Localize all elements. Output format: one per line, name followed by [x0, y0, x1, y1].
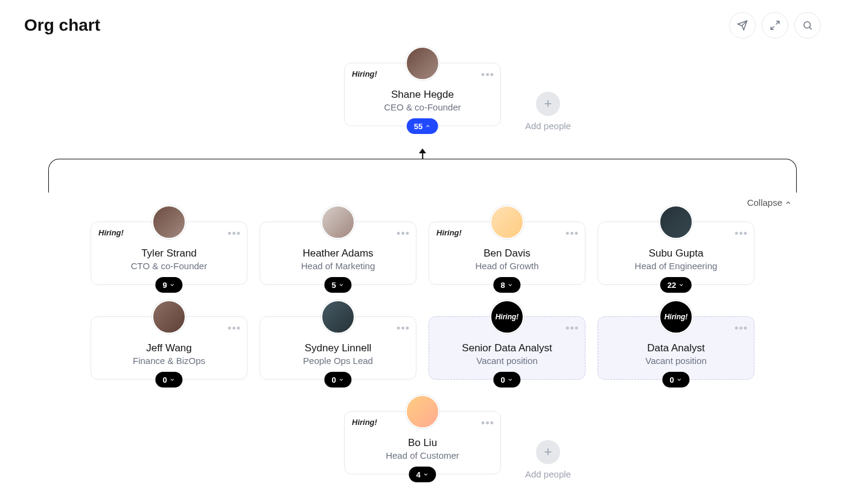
reports-count: 0 — [331, 375, 336, 384]
chevron-down-icon — [677, 377, 683, 383]
person-card[interactable]: •••Heather AdamsHead of Marketing5 — [260, 222, 416, 285]
reports-count-pill[interactable]: 0 — [662, 372, 689, 388]
add-people-label: Add people — [525, 469, 571, 479]
avatar — [152, 300, 186, 334]
hiring-tag: Hiring! — [352, 69, 377, 78]
reports-count-pill[interactable]: 8 — [493, 277, 520, 293]
hiring-tag: Hiring! — [98, 228, 124, 237]
reports-count: 5 — [331, 281, 336, 290]
add-people-button[interactable]: + — [536, 92, 560, 116]
card-more-button[interactable]: ••• — [481, 69, 494, 80]
reports-count-pill[interactable]: 0 — [155, 372, 182, 388]
chevron-up-icon — [425, 123, 431, 129]
person-name: Subu Gupta — [607, 247, 745, 260]
card-more-button[interactable]: ••• — [566, 323, 579, 334]
person-card[interactable]: Hiring!•••Tyler StrandCTO & co-Founder9 — [91, 222, 247, 285]
search-button[interactable] — [794, 12, 821, 39]
search-icon — [802, 20, 813, 31]
card-more-button[interactable]: ••• — [228, 323, 241, 334]
expand-icon — [770, 20, 780, 31]
person-title: Head of Customer — [353, 450, 492, 461]
vacant-position-card[interactable]: Hiring!•••Senior Data AnalystVacant posi… — [429, 316, 585, 380]
person-card[interactable]: •••Subu GuptaHead of Engineering22 — [598, 222, 754, 285]
person-name: Tyler Strand — [100, 247, 238, 260]
person-card[interactable]: Hiring!•••Ben DavisHead of Growth8 — [429, 222, 585, 285]
reports-count: 55 — [414, 122, 422, 131]
reports-count: 0 — [500, 375, 505, 384]
vacant-position-card[interactable]: Hiring!•••Data AnalystVacant position0 — [598, 316, 754, 380]
avatar — [321, 300, 355, 334]
person-title: Head of Growth — [438, 261, 576, 271]
avatar — [659, 205, 693, 239]
reports-count-pill[interactable]: 22 — [660, 277, 692, 293]
reports-count: 4 — [416, 470, 420, 479]
chevron-down-icon — [508, 282, 514, 288]
collapse-label: Collapse — [747, 197, 782, 208]
card-more-button[interactable]: ••• — [397, 323, 410, 334]
reports-count-pill[interactable]: 4 — [409, 467, 436, 482]
reports-count: 8 — [500, 281, 505, 290]
person-title: CEO & co-Founder — [353, 102, 492, 112]
person-name: Jeff Wang — [100, 342, 238, 354]
chevron-down-icon — [339, 377, 345, 383]
chevron-down-icon — [508, 377, 514, 383]
card-more-button[interactable]: ••• — [735, 228, 748, 239]
person-title: Vacant position — [607, 356, 745, 366]
person-card-root[interactable]: Hiring! ••• Shane Hegde CEO & co-Founder… — [344, 63, 501, 126]
page-title: Org chart — [24, 16, 100, 35]
reports-count: 22 — [668, 281, 676, 290]
reports-count-pill[interactable]: 55 — [407, 118, 438, 134]
reports-count-pill[interactable]: 0 — [493, 372, 520, 388]
person-card[interactable]: •••Jeff WangFinance & BizOps0 — [91, 316, 247, 380]
chevron-down-icon — [339, 282, 345, 288]
chevron-up-icon — [785, 199, 792, 206]
person-title: Finance & BizOps — [100, 356, 238, 366]
add-people-label: Add people — [525, 121, 571, 131]
avatar — [152, 205, 186, 239]
hiring-avatar: Hiring! — [490, 300, 524, 334]
org-row-footer: Hiring! ••• Bo Liu Head of Customer 4 + … — [24, 411, 821, 474]
add-people-top: + Add people — [525, 92, 571, 131]
card-more-button[interactable]: ••• — [481, 418, 494, 429]
expand-button[interactable] — [762, 12, 788, 39]
person-name: Bo Liu — [353, 437, 492, 449]
reports-count: 9 — [162, 281, 167, 290]
reports-count-pill[interactable]: 5 — [324, 277, 351, 293]
org-row-root: Hiring! ••• Shane Hegde CEO & co-Founder… — [24, 63, 821, 126]
hiring-avatar: Hiring! — [659, 300, 693, 334]
share-button[interactable] — [729, 12, 756, 39]
card-more-button[interactable]: ••• — [735, 323, 748, 334]
person-title: CTO & co-Founder — [100, 261, 238, 271]
person-title: Head of Marketing — [269, 261, 407, 271]
chevron-down-icon — [678, 282, 684, 288]
org-row: Hiring!•••Tyler StrandCTO & co-Founder9•… — [24, 222, 821, 285]
collapse-button[interactable]: Collapse — [747, 197, 792, 208]
person-card[interactable]: •••Sydney LinnellPeople Ops Lead0 — [260, 316, 416, 380]
person-title: People Ops Lead — [269, 356, 407, 366]
person-title: Vacant position — [438, 356, 576, 366]
send-icon — [737, 20, 748, 31]
avatar — [406, 46, 439, 80]
add-people-bottom: + Add people — [525, 440, 571, 479]
chevron-down-icon — [170, 377, 176, 383]
avatar — [321, 205, 355, 239]
hiring-tag: Hiring! — [352, 418, 377, 427]
card-more-button[interactable]: ••• — [566, 228, 579, 239]
person-card-footer[interactable]: Hiring! ••• Bo Liu Head of Customer 4 — [344, 411, 501, 474]
card-more-button[interactable]: ••• — [397, 228, 410, 239]
person-name: Sydney Linnell — [269, 342, 407, 354]
person-name: Data Analyst — [607, 342, 745, 354]
reports-count-pill[interactable]: 9 — [155, 277, 182, 293]
org-children-grid: Hiring!•••Tyler StrandCTO & co-Founder9•… — [24, 222, 821, 380]
avatar — [490, 205, 524, 239]
reports-count-pill[interactable]: 0 — [324, 372, 351, 388]
avatar — [406, 395, 439, 429]
card-more-button[interactable]: ••• — [228, 228, 241, 239]
reports-count: 0 — [669, 375, 674, 384]
person-title: Head of Engineering — [607, 261, 745, 271]
add-people-button[interactable]: + — [536, 440, 560, 464]
person-name: Ben Davis — [438, 247, 576, 260]
hiring-tag: Hiring! — [436, 228, 462, 237]
svg-point-0 — [804, 22, 811, 28]
person-name: Senior Data Analyst — [438, 342, 576, 354]
